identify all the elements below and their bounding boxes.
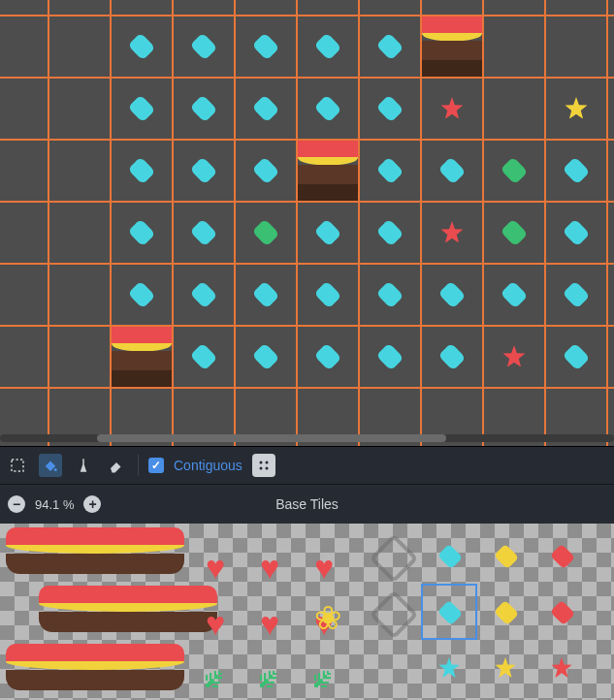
foliage-tile[interactable]: ⸙ bbox=[314, 659, 331, 692]
foliage-tile[interactable]: ♥ bbox=[260, 551, 279, 584]
tile-cell[interactable] bbox=[421, 78, 483, 140]
tile-cell[interactable] bbox=[607, 326, 614, 388]
tile-cell[interactable] bbox=[0, 0, 48, 16]
tile-cell[interactable] bbox=[0, 264, 48, 326]
tile-cell[interactable] bbox=[173, 78, 235, 140]
tile-palette[interactable]: ♥♥♥♥♥♥❀⸙⸙⸙ bbox=[0, 524, 614, 700]
tile-cell[interactable] bbox=[545, 16, 607, 78]
tile-cell[interactable] bbox=[297, 326, 359, 388]
tile-cell[interactable] bbox=[0, 140, 48, 202]
tile-cell[interactable] bbox=[235, 16, 297, 78]
foliage-tile[interactable]: ♥ bbox=[260, 607, 279, 640]
tile-cell[interactable] bbox=[421, 0, 483, 16]
tile-cell[interactable] bbox=[483, 78, 545, 140]
tile-cell[interactable] bbox=[359, 16, 421, 78]
tile-cell[interactable] bbox=[359, 78, 421, 140]
tile-cell[interactable] bbox=[297, 140, 359, 202]
tile-cell[interactable] bbox=[483, 202, 545, 264]
star-tile[interactable] bbox=[495, 657, 516, 679]
tile-cell[interactable] bbox=[359, 326, 421, 388]
contiguous-label[interactable]: Contiguous bbox=[174, 458, 242, 473]
tile-cell[interactable] bbox=[235, 0, 297, 16]
tile-cell[interactable] bbox=[483, 16, 545, 78]
tile-cell[interactable] bbox=[111, 264, 173, 326]
zoom-out-button[interactable]: − bbox=[8, 495, 25, 513]
tile-cell[interactable] bbox=[173, 140, 235, 202]
bucket-tool-button[interactable] bbox=[39, 454, 62, 477]
platform-tile[interactable] bbox=[6, 644, 184, 690]
tile-cell[interactable] bbox=[111, 326, 173, 388]
selection-tool-button[interactable] bbox=[6, 454, 29, 477]
tile-cell[interactable] bbox=[359, 140, 421, 202]
tile-cell[interactable] bbox=[421, 326, 483, 388]
tile-cell[interactable] bbox=[235, 264, 297, 326]
picker-tool-button[interactable] bbox=[72, 454, 95, 477]
tile-cell[interactable] bbox=[607, 202, 614, 264]
tile-cell[interactable] bbox=[359, 202, 421, 264]
tile-cell[interactable] bbox=[297, 16, 359, 78]
zoom-in-button[interactable]: + bbox=[83, 495, 101, 513]
tilemap-viewport[interactable] bbox=[0, 0, 614, 446]
tile-cell[interactable] bbox=[48, 264, 111, 326]
foliage-tile[interactable]: ⸙ bbox=[206, 659, 222, 692]
tile-cell[interactable] bbox=[235, 202, 297, 264]
tile-cell[interactable] bbox=[545, 202, 607, 264]
tile-cell[interactable] bbox=[173, 326, 235, 388]
tile-cell[interactable] bbox=[483, 264, 545, 326]
tile-cell[interactable] bbox=[545, 326, 607, 388]
tile-cell[interactable] bbox=[111, 78, 173, 140]
tile-cell[interactable] bbox=[421, 16, 483, 78]
tile-cell[interactable] bbox=[48, 202, 111, 264]
foliage-tile[interactable]: ⸙ bbox=[260, 659, 276, 692]
scrollbar-thumb[interactable] bbox=[97, 434, 446, 442]
tile-cell[interactable] bbox=[48, 140, 111, 202]
tile-cell[interactable] bbox=[421, 264, 483, 326]
foliage-tile[interactable]: ♥ bbox=[206, 607, 225, 640]
tile-cell[interactable] bbox=[607, 78, 614, 140]
tile-cell[interactable] bbox=[607, 0, 614, 16]
platform-tile[interactable] bbox=[6, 527, 184, 574]
tile-cell[interactable] bbox=[48, 326, 111, 388]
platform-tile[interactable] bbox=[39, 586, 217, 632]
tile-cell[interactable] bbox=[235, 78, 297, 140]
star-tile[interactable] bbox=[551, 657, 572, 679]
eraser-tool-button[interactable] bbox=[105, 454, 128, 477]
tile-cell[interactable] bbox=[545, 0, 607, 16]
tile-cell[interactable] bbox=[421, 202, 483, 264]
contiguous-checkbox[interactable] bbox=[148, 458, 164, 473]
foliage-tile[interactable]: ♥ bbox=[314, 551, 334, 584]
tile-cell[interactable] bbox=[173, 202, 235, 264]
tile-cell[interactable] bbox=[297, 202, 359, 264]
tile-cell[interactable] bbox=[48, 78, 111, 140]
tile-cell[interactable] bbox=[111, 140, 173, 202]
tile-cell[interactable] bbox=[607, 264, 614, 326]
tile-cell[interactable] bbox=[359, 0, 421, 16]
tile-cell[interactable] bbox=[483, 326, 545, 388]
tile-cell[interactable] bbox=[111, 0, 173, 16]
tile-cell[interactable] bbox=[483, 140, 545, 202]
tile-cell[interactable] bbox=[297, 264, 359, 326]
tile-cell[interactable] bbox=[235, 326, 297, 388]
tile-cell[interactable] bbox=[607, 140, 614, 202]
horizontal-scrollbar[interactable] bbox=[0, 434, 614, 442]
tile-cell[interactable] bbox=[0, 78, 48, 140]
tile-cell[interactable] bbox=[0, 202, 48, 264]
tile-cell[interactable] bbox=[421, 140, 483, 202]
tile-cell[interactable] bbox=[0, 326, 48, 388]
star-tile[interactable] bbox=[438, 657, 460, 679]
tile-cell[interactable] bbox=[173, 264, 235, 326]
tile-cell[interactable] bbox=[297, 0, 359, 16]
tile-cell[interactable] bbox=[173, 16, 235, 78]
tile-cell[interactable] bbox=[545, 78, 607, 140]
tile-cell[interactable] bbox=[545, 140, 607, 202]
tile-cell[interactable] bbox=[297, 78, 359, 140]
foliage-tile[interactable]: ❀ bbox=[314, 601, 341, 634]
tile-cell[interactable] bbox=[173, 0, 235, 16]
tile-cell[interactable] bbox=[235, 140, 297, 202]
foliage-tile[interactable]: ♥ bbox=[206, 551, 225, 584]
tile-cell[interactable] bbox=[111, 16, 173, 78]
tile-cell[interactable] bbox=[359, 264, 421, 326]
tile-cell[interactable] bbox=[0, 16, 48, 78]
tile-cell[interactable] bbox=[48, 0, 111, 16]
tile-cell[interactable] bbox=[111, 202, 173, 264]
